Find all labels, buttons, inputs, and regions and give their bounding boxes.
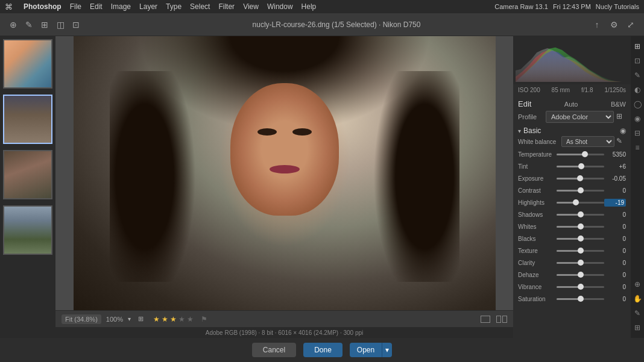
main-content: Fit (34.8%) 100% ▾ ⊞ ★ ★ ★ ★ ★ ⚑ [0,36,644,338]
exposure-slider[interactable] [557,178,604,179]
single-view-icon[interactable] [481,316,490,323]
toolbar-icon-1[interactable]: ⊕ [7,19,19,31]
share-icon[interactable]: ↑ [591,19,603,31]
action-buttons: Cancel Done Open ▾ [0,338,644,362]
masking-icon[interactable]: ◯ [632,99,643,110]
clock: Fri 12:43 PM [553,3,591,10]
grid-overlay-icon[interactable]: ⊞ [632,322,643,333]
crop-icon[interactable]: ⊡ [632,55,643,66]
presets-icon[interactable]: ≡ [632,142,643,153]
main-photo [74,36,496,310]
wb-select[interactable]: As Shot [561,136,614,147]
flag-icon[interactable]: ⚑ [201,315,207,323]
filmstrip-thumb-2[interactable] [3,95,52,144]
toolbar-icon-4[interactable]: ◫ [54,19,66,31]
white-balance-row: White balance As Shot ✎ [518,136,626,147]
menu-edit[interactable]: Edit [90,2,103,11]
status-right [481,316,507,323]
menu-view[interactable]: View [243,2,259,11]
star-3[interactable]: ★ [170,315,177,323]
toolbar-icon-2[interactable]: ✎ [23,19,35,31]
basic-visibility-icon[interactable]: ◉ [620,126,626,135]
texture-row: Texture 0 [518,245,626,256]
eyedropper-icon[interactable]: ✎ [616,137,626,146]
highlights-value: -19 [604,199,626,207]
tools-icon[interactable]: ⊞ [632,41,643,52]
open-dropdown-button[interactable]: ▾ [382,343,392,357]
filmstrip-thumb-3[interactable] [3,150,52,199]
filmstrip-thumb-4[interactable] [3,205,52,255]
zoom-down-icon[interactable]: ▾ [128,316,131,322]
menu-window[interactable]: Window [267,2,293,11]
cancel-button[interactable]: Cancel [252,343,296,357]
menu-image[interactable]: Image [111,2,131,11]
shadows-label: Shadows [518,211,557,218]
menu-filter[interactable]: Filter [218,2,235,11]
hand-icon[interactable]: ✋ [632,293,643,304]
toolbar-icon-3[interactable]: ⊞ [39,19,51,31]
zoom-label: 100% [106,316,123,323]
apple-menu[interactable]: ⌘ [5,2,13,11]
clarity-slider[interactable] [557,262,604,264]
star-4[interactable]: ★ [178,315,185,323]
contrast-row: Contrast 0 [518,185,626,196]
star-5[interactable]: ★ [187,315,194,323]
texture-value: 0 [604,248,626,254]
clarity-value: 0 [604,260,626,266]
vibrance-value: 0 [604,284,626,290]
star-2[interactable]: ★ [162,315,168,323]
blacks-slider[interactable] [557,238,604,240]
texture-slider[interactable] [557,250,604,252]
menu-type[interactable]: Type [166,2,182,11]
info-bar: Adobe RGB (1998) · 8 bit · 6016 × 4016 (… [55,327,513,338]
fit-label[interactable]: Fit (34.8%) [62,314,101,324]
menu-help[interactable]: Help [301,2,317,11]
basic-section-header[interactable]: ▾ Basic ◉ [518,126,626,135]
grid-view-icon[interactable]: ⊞ [138,315,144,323]
panels-icon[interactable]: ⊟ [632,128,643,139]
filmstrip-thumb-1[interactable] [3,39,52,89]
toolbar: ⊕ ✎ ⊞ ◫ ⊡ nucly-LR-course-26.dng (1/5 Se… [0,13,644,36]
window-title: Camera Raw 13.1 [494,3,548,10]
settings-icon[interactable]: ⚙ [608,19,620,31]
highlights-slider[interactable] [557,202,604,204]
tint-label: Tint [518,163,557,170]
whites-slider[interactable] [557,226,604,228]
menu-select[interactable]: Select [190,2,210,11]
toolbar-icon-5[interactable]: ⊡ [70,19,82,31]
tint-slider[interactable] [557,166,604,167]
menu-file[interactable]: File [70,2,81,11]
done-button[interactable]: Done [303,343,343,357]
tint-row: Tint +6 [518,161,626,172]
menu-layer[interactable]: Layer [139,2,157,11]
status-bar: Fit (34.8%) 100% ▾ ⊞ ★ ★ ★ ★ ★ ⚑ [55,310,513,327]
dehaze-slider[interactable] [557,274,604,276]
menu-bar: ⌘ Photoshop File Edit Image Layer Type S… [0,0,644,13]
meta-shutter: 1/1250s [604,87,626,93]
vibrance-slider[interactable] [557,286,604,288]
open-button[interactable]: Open [350,343,382,357]
profile-grid-icon[interactable]: ⊞ [616,112,626,122]
shadows-slider[interactable] [557,214,604,216]
clarity-label: Clarity [518,260,557,266]
healing-icon[interactable]: ✎ [632,70,643,81]
bw-button[interactable]: B&W [611,101,626,108]
profile-select[interactable]: Adobe Color [546,111,614,123]
star-1[interactable]: ★ [153,315,160,323]
auto-button[interactable]: Auto [564,101,578,108]
whites-label: Whites [518,223,557,230]
vibrance-label: Vibrance [518,284,557,290]
eyedropper-sample-icon[interactable]: ✎ [632,308,643,319]
gradient-icon[interactable]: ◐ [632,84,643,95]
eye-icon[interactable]: ◉ [632,113,643,124]
temperature-slider[interactable] [557,154,604,155]
zoom-arrows[interactable]: ▾ [128,316,131,322]
split-view-icon[interactable] [496,316,507,323]
saturation-slider[interactable] [557,298,604,300]
contrast-slider[interactable] [557,190,604,192]
zoom-fit-icon[interactable]: ⊕ [632,279,643,290]
contrast-value: 0 [604,187,626,194]
meta-aperture: f/1.8 [581,87,593,93]
whites-value: 0 [604,223,626,230]
fullscreen-icon[interactable]: ⤢ [625,19,637,31]
